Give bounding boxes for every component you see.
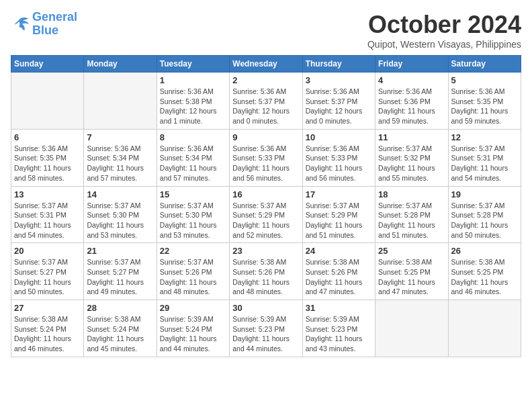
calendar-cell: 7Sunrise: 5:36 AMSunset: 5:34 PMDaylight… [84, 129, 157, 186]
day-info-line: Daylight: 12 hours [160, 106, 226, 116]
day-info-line: Sunset: 5:23 PM [306, 324, 372, 334]
day-info-line: Sunset: 5:31 PM [451, 153, 518, 163]
day-info-line: Daylight: 11 hours [378, 106, 445, 116]
day-info-line: Sunset: 5:25 PM [451, 267, 518, 277]
day-info-line: and 50 minutes. [451, 230, 518, 240]
day-info-line: Sunrise: 5:37 AM [160, 201, 226, 211]
day-info-line: Daylight: 11 hours [306, 163, 372, 173]
day-info-line: Sunset: 5:28 PM [451, 210, 518, 220]
day-info-line: Sunrise: 5:37 AM [451, 144, 518, 154]
calendar-cell: 24Sunrise: 5:38 AMSunset: 5:26 PMDayligh… [302, 243, 375, 300]
day-info: Sunrise: 5:37 AMSunset: 5:27 PMDaylight:… [14, 257, 81, 297]
logo: General Blue [11, 11, 77, 38]
day-info-line: and 44 minutes. [160, 344, 226, 354]
day-info-line: Sunset: 5:37 PM [232, 97, 299, 107]
day-info-line: Sunrise: 5:36 AM [232, 87, 299, 97]
day-info-line: Sunset: 5:27 PM [14, 267, 81, 277]
day-info-line: and 51 minutes. [378, 230, 445, 240]
day-info-line: Daylight: 11 hours [160, 220, 226, 230]
calendar-cell: 5Sunrise: 5:36 AMSunset: 5:35 PMDaylight… [448, 73, 521, 130]
calendar-cell: 19Sunrise: 5:37 AMSunset: 5:28 PMDayligh… [448, 186, 521, 243]
day-info-line: Sunrise: 5:39 AM [306, 314, 372, 324]
day-info-line: and 53 minutes. [160, 230, 226, 240]
day-number: 9 [232, 132, 299, 142]
weekday-header: Tuesday [157, 56, 229, 73]
calendar-cell [375, 300, 448, 357]
day-info-line: Sunset: 5:24 PM [160, 324, 226, 334]
calendar-cell: 22Sunrise: 5:37 AMSunset: 5:26 PMDayligh… [157, 243, 229, 300]
logo-icon [11, 16, 30, 32]
day-info-line: Sunset: 5:32 PM [378, 153, 445, 163]
day-info-line: and 56 minutes. [306, 173, 372, 183]
day-info-line: Sunrise: 5:38 AM [451, 257, 518, 267]
day-info-line: Sunset: 5:38 PM [160, 97, 226, 107]
day-info: Sunrise: 5:37 AMSunset: 5:27 PMDaylight:… [87, 257, 153, 297]
day-number: 12 [451, 132, 518, 142]
calendar-cell: 20Sunrise: 5:37 AMSunset: 5:27 PMDayligh… [11, 243, 84, 300]
day-number: 23 [232, 246, 299, 256]
day-info-line: Daylight: 11 hours [87, 277, 153, 287]
day-info-line: Sunrise: 5:38 AM [87, 314, 153, 324]
calendar-cell: 15Sunrise: 5:37 AMSunset: 5:30 PMDayligh… [157, 186, 229, 243]
day-info-line: and 0 minutes. [306, 116, 372, 126]
day-info-line: and 59 minutes. [378, 116, 445, 126]
day-info-line: Sunrise: 5:37 AM [87, 201, 153, 211]
day-info-line: Sunrise: 5:37 AM [14, 201, 81, 211]
calendar-week-row: 1Sunrise: 5:36 AMSunset: 5:38 PMDaylight… [11, 73, 521, 130]
calendar-cell: 13Sunrise: 5:37 AMSunset: 5:31 PMDayligh… [11, 186, 84, 243]
day-info-line: Sunset: 5:34 PM [87, 153, 153, 163]
calendar-cell [448, 300, 521, 357]
day-info-line: Daylight: 12 hours [232, 106, 299, 116]
calendar-cell: 10Sunrise: 5:36 AMSunset: 5:33 PMDayligh… [302, 129, 375, 186]
calendar-cell: 1Sunrise: 5:36 AMSunset: 5:38 PMDaylight… [157, 73, 229, 130]
day-info-line: Sunrise: 5:37 AM [160, 257, 226, 267]
day-info-line: and 53 minutes. [87, 230, 153, 240]
day-number: 11 [378, 132, 445, 142]
day-info-line: Daylight: 11 hours [451, 163, 518, 173]
day-info-line: Daylight: 11 hours [87, 220, 153, 230]
day-info: Sunrise: 5:36 AMSunset: 5:34 PMDaylight:… [87, 144, 153, 183]
day-info-line: Sunset: 5:37 PM [306, 97, 372, 107]
day-number: 3 [306, 75, 372, 85]
day-info: Sunrise: 5:36 AMSunset: 5:37 PMDaylight:… [232, 87, 299, 126]
day-info-line: Daylight: 11 hours [378, 163, 445, 173]
day-info-line: Sunrise: 5:36 AM [14, 144, 81, 154]
day-info-line: Daylight: 11 hours [451, 220, 518, 230]
day-info-line: and 45 minutes. [87, 344, 153, 354]
day-info-line: Sunset: 5:26 PM [306, 267, 372, 277]
weekday-header: Saturday [448, 56, 521, 73]
day-info-line: Sunrise: 5:36 AM [160, 144, 226, 154]
day-info-line: Sunrise: 5:36 AM [451, 87, 518, 97]
day-info-line: Daylight: 11 hours [160, 334, 226, 344]
day-info-line: Sunrise: 5:37 AM [14, 257, 81, 267]
day-info-line: and 52 minutes. [232, 230, 299, 240]
calendar-cell: 3Sunrise: 5:36 AMSunset: 5:37 PMDaylight… [302, 73, 375, 130]
calendar-header: SundayMondayTuesdayWednesdayThursdayFrid… [11, 56, 521, 73]
day-info-line: Sunset: 5:26 PM [160, 267, 226, 277]
weekday-header: Wednesday [230, 56, 302, 73]
day-info-line: Sunset: 5:26 PM [232, 267, 299, 277]
day-info-line: Sunset: 5:24 PM [14, 324, 81, 334]
day-info-line: and 0 minutes. [232, 116, 299, 126]
calendar-cell: 12Sunrise: 5:37 AMSunset: 5:31 PMDayligh… [448, 129, 521, 186]
day-info-line: Daylight: 11 hours [306, 334, 372, 344]
day-info-line: Daylight: 11 hours [451, 106, 518, 116]
day-info: Sunrise: 5:38 AMSunset: 5:25 PMDaylight:… [378, 257, 445, 297]
day-info-line: Sunset: 5:35 PM [14, 153, 81, 163]
day-info-line: Sunset: 5:23 PM [232, 324, 299, 334]
day-number: 10 [306, 132, 372, 142]
day-info-line: Sunset: 5:30 PM [160, 210, 226, 220]
day-number: 5 [451, 75, 518, 85]
day-number: 30 [232, 303, 299, 313]
day-info-line: Sunset: 5:35 PM [451, 97, 518, 107]
calendar-week-row: 27Sunrise: 5:38 AMSunset: 5:24 PMDayligh… [11, 300, 521, 357]
day-info-line: Sunrise: 5:36 AM [306, 144, 372, 154]
day-info-line: Sunrise: 5:38 AM [232, 257, 299, 267]
day-info: Sunrise: 5:37 AMSunset: 5:26 PMDaylight:… [160, 257, 226, 297]
day-info-line: and 43 minutes. [306, 344, 372, 354]
day-info-line: and 48 minutes. [160, 287, 226, 297]
day-info: Sunrise: 5:38 AMSunset: 5:26 PMDaylight:… [232, 257, 299, 297]
day-info-line: Sunrise: 5:36 AM [87, 144, 153, 154]
day-info-line: and 56 minutes. [232, 173, 299, 183]
day-info-line: Sunrise: 5:37 AM [378, 144, 445, 154]
